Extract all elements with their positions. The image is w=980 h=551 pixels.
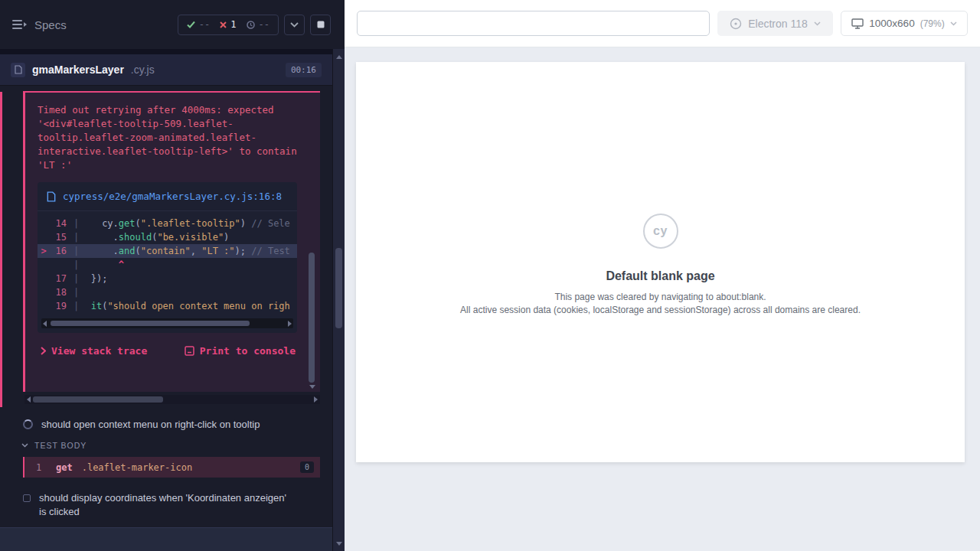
blank-page-title: Default blank page	[606, 269, 714, 283]
test-title: should display coordinates when 'Koordin…	[39, 491, 292, 519]
spec-extension: .cy.js	[131, 64, 155, 76]
chevron-down-icon	[290, 22, 299, 28]
reporter-footer	[0, 527, 332, 551]
browser-selector[interactable]: Electron 118	[717, 11, 833, 36]
browser-name: Electron 118	[748, 18, 808, 30]
divider	[0, 49, 332, 54]
console-icon	[185, 346, 194, 356]
code-line: 18 |	[38, 285, 297, 299]
collapse-button[interactable]	[284, 15, 305, 35]
code-line: 17 | });	[38, 272, 297, 285]
test-body-header[interactable]: TEST BODY	[0, 436, 332, 455]
command-number: 1	[36, 462, 56, 473]
file-icon	[47, 191, 56, 202]
code-line: 19 | it("should open context menu on rig…	[38, 299, 297, 313]
spec-file-badge	[11, 63, 25, 77]
aut-header: Electron 118 1000x660 (79%)	[345, 0, 980, 47]
error-panel-vertical-scrollbar[interactable]	[309, 99, 315, 389]
aut-panel: Electron 118 1000x660 (79%)	[345, 0, 980, 551]
code-line-highlighted: > 16 | .and("contain", "LT :"); // Test	[38, 244, 297, 258]
code-line: 14 | cy.get(".leaflet-tooltip") // Sele	[38, 217, 297, 230]
test-list: should open context menu on right-click …	[0, 413, 332, 523]
command-log-entry[interactable]: 1 get .leaflet-marker-icon 0	[23, 457, 320, 478]
aut-iframe[interactable]: cy Default blank page This page was clea…	[356, 62, 965, 462]
scroll-right-icon[interactable]	[288, 321, 292, 327]
spec-name: gmaMarkersLayer	[32, 64, 124, 76]
test-body-label: TEST BODY	[34, 441, 87, 450]
chevron-down-icon	[814, 21, 821, 26]
test-item-running[interactable]: should open context menu on right-click …	[0, 413, 332, 436]
command-method: get	[56, 462, 73, 473]
view-stack-trace-link[interactable]: View stack trace	[41, 345, 147, 357]
assertion-error-message: Timed out retrying after 4000ms: expecte…	[38, 103, 298, 172]
failed-count: 1	[230, 19, 236, 30]
stat-failed: 1	[220, 19, 236, 30]
scroll-left-icon[interactable]	[27, 396, 31, 403]
scrollbar-thumb[interactable]	[335, 248, 342, 328]
viewport-scale: (79%)	[920, 18, 945, 29]
scrollbar-thumb[interactable]	[33, 396, 163, 403]
stop-icon	[317, 21, 325, 28]
code-frame: cypress/e2e/gmaMarkersLayer.cy.js:16:8 1…	[38, 182, 297, 333]
url-input[interactable]	[357, 11, 710, 36]
code-lines: 14 | cy.get(".leaflet-tooltip") // Sele …	[38, 211, 297, 316]
spec-header: gmaMarkersLayer .cy.js 00:16	[0, 54, 332, 86]
failed-test-left-border	[0, 92, 2, 407]
test-item-pending[interactable]: should display coordinates when 'Koordin…	[0, 487, 332, 523]
command-count-badge: 0	[300, 461, 314, 473]
aut-stage: cy Default blank page This page was clea…	[345, 47, 980, 551]
attempt-horizontal-scrollbar[interactable]	[24, 395, 320, 404]
reporter-scrollbar[interactable]	[332, 49, 345, 551]
cypress-runner: Specs -- 1	[0, 0, 980, 551]
specs-menu-button[interactable]: Specs	[12, 18, 67, 31]
chevron-down-icon	[950, 21, 957, 26]
test-title: should open context menu on right-click …	[41, 418, 260, 432]
pending-test-icon	[23, 494, 31, 502]
test-error-panel: Timed out retrying after 4000ms: expecte…	[23, 91, 320, 392]
pending-count: --	[259, 19, 270, 30]
reporter-topbar: Specs -- 1	[0, 0, 345, 49]
run-stats: -- 1 --	[178, 15, 279, 35]
code-line-caret: | ^	[38, 258, 297, 272]
code-line: 15 | .should("be.visible")	[38, 230, 297, 244]
viewport-info-button[interactable]: 1000x660 (79%)	[841, 11, 968, 36]
code-frame-file-link[interactable]: cypress/e2e/gmaMarkersLayer.cy.js:16:8	[38, 182, 297, 211]
code-frame-path: cypress/e2e/gmaMarkersLayer.cy.js:16:8	[63, 189, 282, 204]
scroll-down-button[interactable]	[333, 537, 345, 549]
clock-icon	[247, 21, 255, 29]
reporter-sidebar: Specs -- 1	[0, 0, 345, 551]
print-to-console-link[interactable]: Print to console	[185, 345, 296, 357]
spec-timer: 00:16	[286, 63, 322, 77]
cypress-logo-text: cy	[653, 224, 668, 238]
scroll-down-icon[interactable]	[309, 385, 315, 389]
running-spinner-icon	[23, 419, 33, 429]
run-controls: -- 1 --	[178, 15, 331, 35]
stat-passed: --	[187, 19, 210, 30]
error-actions: View stack trace Print to console	[38, 345, 308, 357]
electron-browser-icon	[730, 18, 742, 30]
blank-page-message-1: This page was cleared by navigating to a…	[554, 292, 766, 302]
cypress-logo: cy	[643, 214, 678, 249]
specs-label: Specs	[34, 18, 67, 31]
x-icon	[220, 21, 227, 28]
scrollbar-thumb[interactable]	[51, 321, 250, 326]
command-message: .leaflet-marker-icon	[82, 462, 300, 473]
blank-page-message-2: All active session data (cookies, localS…	[460, 305, 861, 315]
check-icon	[187, 21, 195, 28]
scrollbar-thumb[interactable]	[309, 253, 315, 383]
file-icon	[15, 65, 22, 74]
scroll-right-icon[interactable]	[314, 396, 318, 403]
scroll-up-button[interactable]	[333, 51, 345, 63]
specs-list-icon	[12, 19, 27, 30]
viewport-size: 1000x660	[869, 18, 914, 29]
code-horizontal-scrollbar[interactable]	[41, 318, 293, 328]
stat-pending: --	[247, 19, 270, 30]
passed-count: --	[199, 19, 210, 30]
scroll-left-icon[interactable]	[43, 321, 47, 327]
chevron-down-icon	[21, 443, 28, 448]
monitor-icon	[851, 18, 864, 29]
stop-button[interactable]	[310, 15, 331, 35]
blank-page-content: cy Default blank page This page was clea…	[356, 62, 965, 315]
chevron-right-icon	[41, 347, 46, 355]
